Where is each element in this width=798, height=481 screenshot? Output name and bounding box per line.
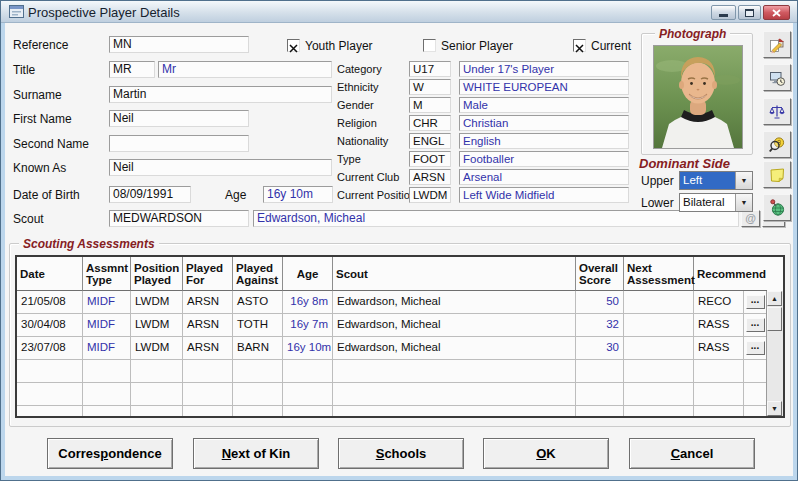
current-club-code-input[interactable]: ARSN [409,169,451,185]
cell-overall-score[interactable]: 50 [576,291,624,314]
surname-input[interactable]: Martin [109,86,332,103]
scout-email-button[interactable]: @ [741,210,760,227]
cell-date[interactable]: 23/07/08 [17,337,83,360]
cell-assmnt-type[interactable]: MIDF [83,337,131,360]
cell-position-played[interactable]: LWDM [131,337,183,360]
cell-played-for[interactable]: ARSN [183,291,233,314]
cell-age[interactable]: 16y 8m [283,291,333,314]
maximize-button[interactable] [738,5,761,20]
nationality-desc-field[interactable]: English [459,133,629,149]
cell-scout[interactable]: Edwardson, Micheal [333,337,576,360]
cell-recommend[interactable]: RECO [694,291,744,314]
cell-recommend[interactable]: RASS [694,337,744,360]
close-button[interactable] [763,5,790,20]
cell-age[interactable]: 16y 10m [283,337,333,360]
cell-date[interactable]: 21/05/08 [17,291,83,314]
cell-played-for[interactable]: ARSN [183,314,233,337]
notes-button[interactable] [763,161,791,188]
history-button[interactable] [763,64,791,91]
funding-search-button[interactable] [763,131,791,158]
cell-scout[interactable]: Edwardson, Micheal [333,291,576,314]
youth-player-checkbox[interactable] [287,39,300,52]
category-code-input[interactable]: U17 [409,61,451,77]
cell-next-assessment[interactable] [624,337,694,360]
cell-position-played[interactable]: LWDM [131,314,183,337]
current-position-desc-field[interactable]: Left Wide Midfield [459,187,629,203]
cell-played-against[interactable]: TOTH [233,314,283,337]
gender-desc-field[interactable]: Male [459,97,629,113]
table-scrollbar[interactable]: ▲ ▼ [766,291,783,416]
ethnicity-desc-field[interactable]: WHITE EUROPEAN [459,79,629,95]
col-header-scout[interactable]: Scout [333,257,576,291]
religion-desc-field[interactable]: Christian [459,115,629,131]
current-club-desc-field[interactable]: Arsenal [459,169,629,185]
chevron-down-icon[interactable]: ▼ [735,172,752,189]
cell-assmnt-type[interactable]: MIDF [83,291,131,314]
cell-played-for[interactable]: ARSN [183,337,233,360]
title-code-input[interactable]: MR [109,61,155,78]
next-of-kin-button[interactable]: Next of Kin [193,438,319,469]
cell-recommend[interactable]: RASS [694,314,744,337]
row-detail-button[interactable]: ... [746,318,765,332]
cell-next-assessment[interactable] [624,314,694,337]
col-header-position-played[interactable]: Position Played [131,257,183,291]
first-name-input[interactable]: Neil [109,110,249,127]
correspondence-button[interactable]: Correspondence [47,438,173,469]
age-label: Age [225,188,246,202]
chevron-down-icon[interactable]: ▼ [735,194,752,211]
title-desc-field[interactable]: Mr [158,61,332,78]
cell-played-against[interactable]: ASTO [233,291,283,314]
cancel-button[interactable]: Cancel [629,438,755,469]
religion-code-input[interactable]: CHR [409,115,451,131]
cell-played-against[interactable]: BARN [233,337,283,360]
ok-button[interactable]: OK [483,438,609,469]
senior-player-checkbox[interactable] [423,39,436,52]
cell-next-assessment[interactable] [624,291,694,314]
cell-assmnt-type[interactable]: MIDF [83,314,131,337]
cell-actions: ... [744,291,767,314]
scout-desc-field[interactable]: Edwardson, Micheal [253,210,739,227]
row-detail-button[interactable]: ... [746,341,765,355]
scrollbar-thumb[interactable] [767,307,782,331]
schools-button[interactable]: Schools [338,438,464,469]
cell-overall-score[interactable]: 30 [576,337,624,360]
col-header-age[interactable]: Age [283,257,333,291]
scroll-down-button[interactable]: ▼ [767,401,782,416]
type-desc-field[interactable]: Footballer [459,151,629,167]
cell-scout[interactable]: Edwardson, Micheal [333,314,576,337]
date-of-birth-input[interactable]: 08/09/1991 [109,186,191,203]
player-record-button[interactable] [763,31,791,58]
col-header-overall-score[interactable]: Overall Score [576,257,624,291]
cell-overall-score[interactable]: 32 [576,314,624,337]
legal-button[interactable] [763,98,791,125]
scout-code-input[interactable]: MEDWARDSON [109,210,249,227]
col-header-date[interactable]: Date [17,257,83,291]
ethnicity-code-input[interactable]: W [409,79,451,95]
category-desc-field[interactable]: Under 17's Player [459,61,629,77]
reference-input[interactable]: MN [109,36,249,53]
nationality-code-input[interactable]: ENGL [409,133,451,149]
cell-position-played[interactable]: LWDM [131,291,183,314]
upper-dominant-select[interactable]: Left ▼ [679,171,753,190]
second-name-input[interactable] [109,135,249,152]
col-header-next-assessment[interactable]: Next Assessment [624,257,694,291]
gender-code-input[interactable]: M [409,97,451,113]
button-label: K [546,446,555,461]
known-as-input[interactable]: Neil [109,159,332,176]
cell-date[interactable]: 30/04/08 [17,314,83,337]
lower-dominant-select[interactable]: Bilateral ▼ [679,193,753,212]
type-code-input[interactable]: FOOT [409,151,451,167]
religion-label: Religion [337,117,377,129]
col-header-played-against[interactable]: Played Against [233,257,283,291]
col-header-played-for[interactable]: Played For [183,257,233,291]
cell-age[interactable]: 16y 7m [283,314,333,337]
current-position-code-input[interactable]: LWDM [409,187,451,203]
col-header-recommend[interactable]: Recommend [694,257,744,291]
row-detail-button[interactable]: ... [746,295,765,309]
location-button[interactable] [763,194,791,221]
magnifier-coin-icon [768,136,786,154]
scroll-up-button[interactable]: ▲ [767,291,782,306]
minimize-button[interactable] [711,5,736,20]
current-checkbox[interactable] [573,39,586,52]
col-header-assmnt-type[interactable]: Assmnt Type [83,257,131,291]
